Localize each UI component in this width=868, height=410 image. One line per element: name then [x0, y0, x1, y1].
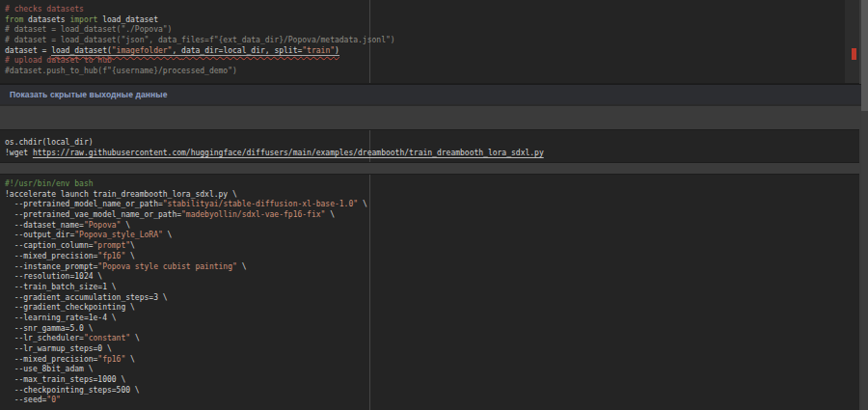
code-line[interactable]: --train_batch_size=1 \: [5, 283, 859, 293]
code-cell-datasets[interactable]: # checks datasetsfrom datasets import lo…: [0, 0, 859, 84]
code-line[interactable]: --pretrained_model_name_or_path="stabili…: [5, 200, 859, 210]
code-line[interactable]: --gradient_checkpointing \: [5, 303, 859, 314]
code-line[interactable]: !accelerate launch train_dreambooth_lora…: [5, 190, 859, 201]
code-line[interactable]: os.chdir(local_dir): [5, 138, 859, 149]
code-line[interactable]: --instance_prompt="Popova style cubist p…: [5, 262, 859, 273]
code-line[interactable]: #dataset.push_to_hub(f"{username}/proces…: [5, 67, 859, 77]
error-marker: [852, 48, 856, 60]
code-line[interactable]: --use_8bit_adam \: [5, 365, 859, 375]
code-line[interactable]: --learning_rate=1e-4 \: [5, 314, 859, 324]
code-line[interactable]: # checks datasets: [5, 5, 859, 15]
code-line[interactable]: --mixed_precision="fp16" \: [5, 252, 859, 262]
code-line[interactable]: !wget https://raw.githubusercontent.com/…: [5, 149, 859, 159]
code-line[interactable]: --seed="0": [5, 396, 859, 406]
code-line[interactable]: --mixed_precision="fp16" \: [5, 355, 859, 366]
code-line[interactable]: --output_dir="Popova_style_LoRA" \: [5, 231, 859, 241]
show-hidden-output-button[interactable]: Показать скрытые выходные данные: [0, 84, 861, 106]
code-line[interactable]: --dataset_name="Popova" \: [5, 221, 859, 232]
show-hidden-output-label: Показать скрытые выходные данные: [10, 90, 167, 99]
code-line[interactable]: --lr_warmup_steps=0 \: [5, 344, 859, 355]
code-content: os.chdir(local_dir)!wget https://raw.git…: [0, 130, 859, 158]
code-line[interactable]: dataset = load_dataset("imagefolder", da…: [5, 46, 859, 57]
code-line[interactable]: from datasets import load_dataset: [5, 15, 859, 26]
overview-ruler-gutter[interactable]: [845, 0, 859, 83]
code-line[interactable]: --snr_gamma=5.0 \: [5, 324, 859, 335]
code-line[interactable]: --checkpointing_steps=500 \: [5, 386, 859, 396]
code-line[interactable]: # upload dataset to hub: [5, 56, 859, 67]
code-line[interactable]: --caption_column="prompt"\: [5, 241, 859, 252]
code-line[interactable]: # dataset = load_dataset("json", data_fi…: [5, 36, 859, 46]
scrollbar-thumb[interactable]: [861, 0, 868, 111]
code-line[interactable]: --lr_scheduler="constant" \: [5, 334, 859, 344]
code-line[interactable]: --pretrained_vae_model_name_or_path="mad…: [5, 210, 859, 221]
code-content: #!/usr/bin/env bash!accelerate launch tr…: [0, 175, 859, 406]
code-line[interactable]: --max_train_steps=1000 \: [5, 375, 859, 386]
code-line[interactable]: --gradient_accumulation_steps=3 \: [5, 293, 859, 304]
code-content: # checks datasetsfrom datasets import lo…: [0, 0, 859, 77]
code-line[interactable]: --resolution=1024 \: [5, 272, 859, 283]
code-line[interactable]: #!/usr/bin/env bash: [5, 179, 859, 190]
code-cell-wget[interactable]: os.chdir(local_dir)!wget https://raw.git…: [0, 129, 859, 163]
code-cell-train-script[interactable]: #!/usr/bin/env bash!accelerate launch tr…: [0, 174, 859, 410]
notebook-view: # checks datasetsfrom datasets import lo…: [0, 0, 868, 410]
code-line[interactable]: # dataset = load_dataset("./Popova"): [5, 25, 859, 36]
